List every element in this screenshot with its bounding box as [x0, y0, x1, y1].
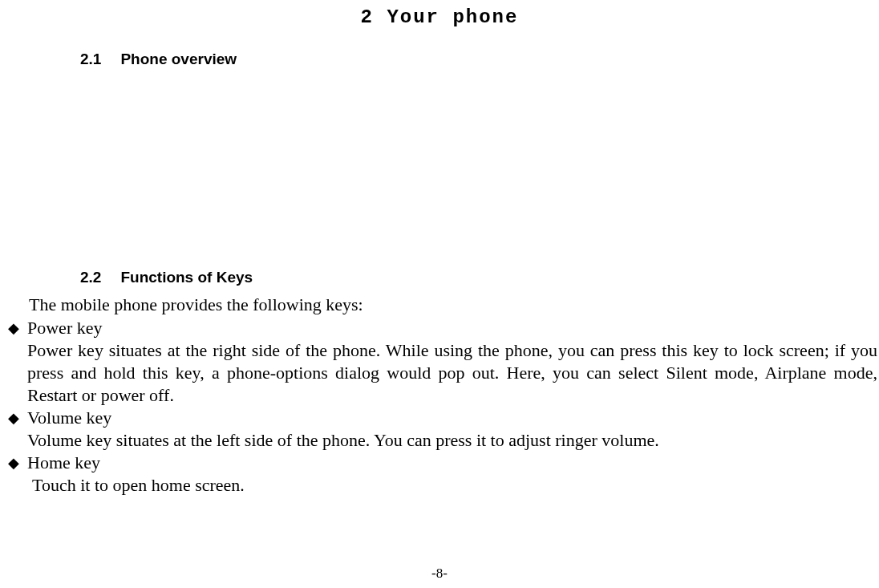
- section-number: 2.2: [80, 269, 101, 286]
- document-page: 2 Your phone 2.1Phone overview 2.2Functi…: [0, 0, 879, 588]
- section-heading-overview: 2.1Phone overview: [80, 51, 879, 68]
- section-number: 2.1: [80, 51, 101, 68]
- diamond-bullet-icon: ◆: [8, 317, 19, 339]
- list-item-title: Power key: [27, 317, 879, 339]
- section-title: Functions of Keys: [120, 269, 253, 286]
- list-item-desc: Touch it to open home screen.: [32, 474, 879, 497]
- diamond-bullet-icon: ◆: [8, 452, 19, 474]
- list-item: ◆ Home key Touch it to open home screen.: [0, 452, 879, 497]
- list-item: ◆ Volume key Volume key situates at the …: [0, 407, 879, 452]
- list-item-content: Home key Touch it to open home screen.: [27, 452, 879, 497]
- page-number: -8-: [0, 566, 879, 582]
- diamond-bullet-icon: ◆: [8, 407, 19, 429]
- list-item-content: Volume key Volume key situates at the le…: [27, 407, 879, 452]
- list-item-content: Power key Power key situates at the righ…: [27, 317, 879, 407]
- intro-text: The mobile phone provides the following …: [29, 294, 879, 315]
- chapter-title: 2 Your phone: [0, 0, 879, 28]
- list-item-desc: Power key situates at the right side of …: [27, 339, 879, 407]
- list-item: ◆ Power key Power key situates at the ri…: [0, 317, 879, 407]
- list-item-desc: Volume key situates at the left side of …: [27, 429, 879, 452]
- list-item-title: Volume key: [27, 407, 879, 429]
- section-title: Phone overview: [120, 51, 237, 67]
- section-heading-functions: 2.2Functions of Keys: [80, 269, 879, 286]
- list-item-title: Home key: [27, 452, 879, 474]
- functions-list: ◆ Power key Power key situates at the ri…: [0, 317, 879, 497]
